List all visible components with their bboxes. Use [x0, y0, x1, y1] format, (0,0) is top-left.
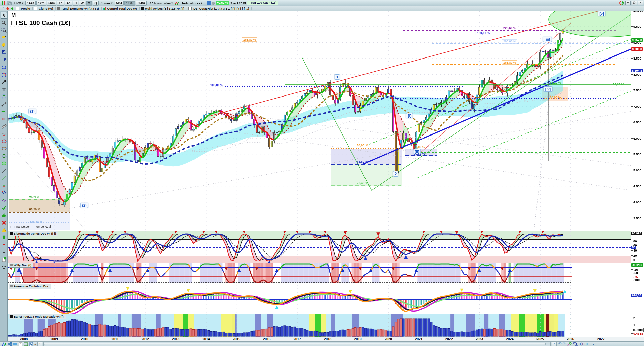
alarm-line-dashed-icon[interactable] [1, 56, 7, 63]
chat-icon[interactable] [13, 342, 17, 346]
check-icon[interactable] [1, 204, 7, 211]
elliott-wave-label[interactable]: [ii] [413, 149, 421, 154]
timeframe-button-144s[interactable]: 144s [25, 1, 36, 6]
overlay-item[interactable]: Tunel Domenec v4 (t t t t t) [56, 7, 101, 10]
restore-button[interactable]: ▢ [632, 1, 637, 5]
collapse-chevron-icon[interactable]: ⌃ [1, 7, 5, 10]
timeframe-button-1h[interactable]: 1h [57, 1, 64, 6]
dots-menu-icon[interactable] [1, 264, 7, 270]
unit-button-10kU[interactable]: 10kU [124, 1, 135, 6]
elliott-wave-label[interactable]: [iii] [543, 37, 552, 42]
minimize-button[interactable]: − [625, 1, 631, 5]
time-scrollbar-thumb[interactable] [44, 343, 546, 345]
alarm-line-icon[interactable] [1, 49, 7, 56]
panel-separator[interactable] [0, 231, 644, 231]
trend-arrow-icon[interactable] [1, 79, 7, 85]
text-tool-icon[interactable] [1, 86, 7, 93]
indicators-dropdown[interactable]: Indicadores▾ [181, 1, 203, 5]
chevron-down-icon[interactable] [1, 249, 7, 256]
workspace-icon[interactable] [29, 342, 33, 346]
panel-header[interactable]: Sistema de trenes Doc v4 (f f) [9, 231, 58, 236]
share-icon[interactable] [8, 342, 12, 346]
elliott-wave-label[interactable]: (1) [28, 109, 36, 114]
segment-icon[interactable] [1, 101, 7, 108]
panel-header[interactable]: Awesome Evolution Doc [9, 284, 51, 289]
elliott-wave-label[interactable]: [v] [598, 11, 605, 16]
overlay-item[interactable]: Cierre (W) [33, 7, 56, 10]
fibonacci-level-label[interactable]: 38,20 % [550, 81, 561, 84]
units-dropdown[interactable]: 10 k unidades▾ [148, 1, 174, 5]
panel-barra-fuerza[interactable] [8, 314, 631, 337]
thumbs-up-icon[interactable] [1, 212, 7, 219]
abc-tool-icon[interactable] [1, 197, 7, 204]
panel-header[interactable]: Willy Doc (t) [9, 263, 33, 268]
timeframe-button-Q[interactable]: Q [93, 1, 98, 6]
warning-icon[interactable] [1, 227, 7, 233]
itfinance-logo-icon[interactable] [2, 342, 7, 346]
fibonacci-level-label[interactable]: 76,40 % [357, 181, 368, 185]
zoom-in-icon[interactable]: ⊕ [584, 342, 588, 346]
notes-badge-icon[interactable] [1, 256, 7, 263]
text-bubble-icon[interactable] [1, 93, 7, 100]
unit-button-5kU[interactable]: 5kU [115, 1, 124, 6]
zoom-rect-icon[interactable] [1, 27, 7, 34]
arrow-up-green-icon[interactable] [1, 234, 7, 241]
fibonacci-level-label[interactable]: 200,00 % [502, 39, 517, 44]
period-dropdown[interactable]: 1 mes▾ [100, 1, 114, 5]
close-button[interactable]: × [638, 1, 643, 5]
move-up-icon[interactable] [10, 7, 14, 11]
timeframe-button-M[interactable]: M [86, 1, 92, 6]
chart-list-icon[interactable] [24, 342, 28, 346]
fibonacci-level-label[interactable]: 223,60 % [502, 26, 517, 30]
unit-button-35kU[interactable]: 35kU [136, 1, 147, 6]
move-down-icon[interactable] [6, 7, 10, 11]
line-green-icon[interactable] [1, 175, 7, 182]
fibonacci-level-label[interactable]: 50,00 % [357, 144, 368, 147]
main-price-chart[interactable] [8, 11, 631, 231]
scroll-right-button[interactable]: › [552, 342, 557, 346]
ruler-icon[interactable] [1, 123, 7, 130]
elliott-wave-label[interactable]: [i] [406, 113, 413, 118]
chart-icon[interactable] [1, 1, 6, 5]
rect-blue-icon[interactable] [1, 64, 7, 71]
zoom-fit-icon[interactable] [573, 342, 578, 346]
alarm-icon[interactable] [1, 42, 7, 48]
panel-separator[interactable] [0, 284, 644, 284]
hseg-green-icon[interactable] [1, 108, 7, 115]
zoom-out-icon[interactable]: ⊖ [579, 342, 583, 346]
panel-awesome[interactable] [8, 284, 631, 314]
ellipse-lightgreen-icon[interactable] [1, 160, 7, 167]
panel-separator[interactable] [0, 263, 644, 263]
fibonacci-level-label[interactable]: 100,00 % [476, 31, 491, 35]
redo-icon[interactable]: ↷ [562, 342, 566, 346]
line-black-icon[interactable] [1, 167, 7, 174]
fibonacci-level-label[interactable]: 161,80 % [502, 61, 517, 65]
fibonacci-level-label[interactable]: 50,00 % [550, 95, 561, 99]
fibonacci-level-label[interactable]: 88,20 % [29, 208, 40, 211]
data-columns-icon[interactable] [589, 342, 594, 346]
fibonacci-level-label[interactable]: 100,00 % [209, 83, 224, 87]
panel-willy[interactable] [8, 263, 631, 283]
wave-tool-icon[interactable] [1, 130, 7, 137]
chart-settings-icon[interactable] [567, 342, 572, 346]
info-icon[interactable] [207, 1, 211, 5]
x-mark-icon[interactable] [1, 219, 7, 226]
overlay-item[interactable]: Multi Avisos (3 f 3 1,5 70 f f) [140, 7, 187, 10]
minus-red-icon[interactable] [1, 241, 7, 248]
panel-sistema-trenes[interactable] [8, 231, 631, 263]
fibonacci-level-label[interactable]: 88,20 % [613, 83, 624, 86]
panel-header[interactable]: Barra Fuerza Fondo Mercado v4 (f) [9, 314, 66, 319]
fibonacci-level-label[interactable]: 50,00 % [414, 145, 425, 149]
undo-icon[interactable]: ↶ [558, 342, 561, 346]
fibonacci-level-label[interactable]: 100,00 % [30, 221, 42, 224]
timeframe-button-D[interactable]: D [73, 1, 78, 6]
elliott-wave-label[interactable]: 2 [393, 171, 398, 177]
rewind-icon[interactable]: « [34, 342, 36, 346]
panel-separator[interactable] [0, 314, 644, 314]
zoom-icon[interactable] [1, 20, 7, 26]
hseg-red-icon[interactable] [1, 116, 7, 122]
symbol-dropdown[interactable]: UKX▾ [13, 1, 24, 5]
price-axis[interactable]: 10.0009.5009.0008.5008.0007.5007.0006.50… [631, 11, 644, 337]
timeframe-button-4h[interactable]: 4h [65, 1, 72, 6]
ellipse-darkgreen-icon[interactable] [1, 153, 7, 159]
